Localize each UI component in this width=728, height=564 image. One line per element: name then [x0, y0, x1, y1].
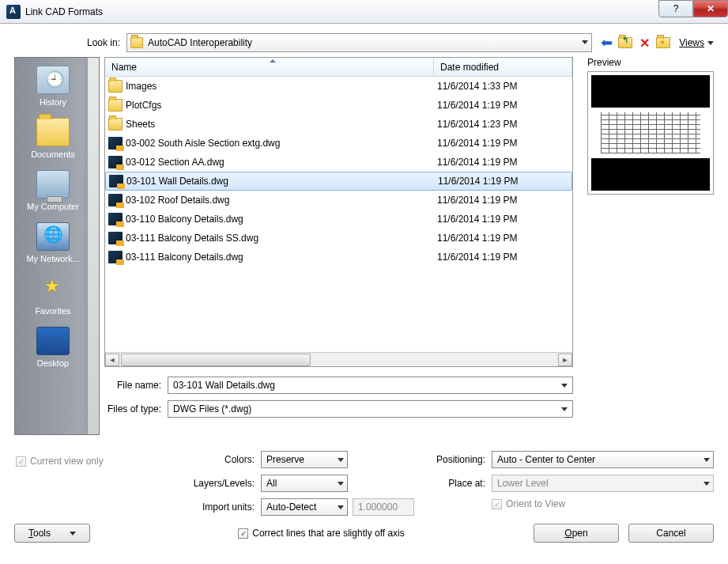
close-button[interactable]: ✕ — [693, 0, 728, 17]
file-row[interactable]: 03-111 Balcony Details SS.dwg11/6/2014 1… — [105, 229, 572, 248]
file-date: 11/6/2014 1:19 PM — [438, 176, 568, 187]
up-folder-button[interactable] — [617, 35, 633, 51]
preview-image — [591, 75, 710, 191]
folder-icon — [108, 99, 123, 112]
file-row[interactable]: 03-102 Roof Details.dwg11/6/2014 1:19 PM — [105, 191, 572, 210]
file-name: 03-002 South Aisle Section extg.dwg — [126, 138, 437, 149]
places-bar: ▲ HistoryDocumentsMy ComputerMy Network.… — [14, 57, 100, 435]
scroll-up-button[interactable]: ▲ — [89, 59, 97, 69]
open-button[interactable]: Open — [534, 524, 619, 543]
file-row[interactable]: 03-111 Balcony Details.dwg11/6/2014 1:19… — [105, 248, 572, 267]
place-fav[interactable]: Favorites — [17, 271, 89, 324]
history-icon — [36, 66, 70, 94]
filename-input[interactable]: 03-101 Wall Details.dwg — [168, 377, 573, 394]
folder-icon — [108, 80, 123, 93]
file-date: 11/6/2014 1:19 PM — [437, 138, 569, 149]
filename-label: File name: — [104, 380, 168, 391]
units-combo[interactable]: Auto-Detect — [261, 498, 348, 516]
file-row[interactable]: PlotCfgs11/6/2014 1:19 PM — [105, 96, 572, 115]
file-list: Name Date modified Images11/6/2014 1:33 … — [104, 57, 573, 367]
preview-label: Preview — [587, 57, 714, 68]
file-row[interactable]: 03-101 Wall Details.dwg11/6/2014 1:19 PM — [105, 172, 572, 191]
chevron-down-icon — [703, 482, 710, 486]
place-desktop[interactable]: Desktop — [17, 324, 89, 376]
chevron-down-icon — [338, 505, 344, 509]
layers-label: Layers/Levels: — [14, 478, 261, 489]
placeat-label: Place at: — [433, 478, 492, 489]
file-name: 03-111 Balcony Details SS.dwg — [126, 233, 437, 244]
chevron-down-icon — [70, 532, 76, 536]
chevron-down-icon — [707, 41, 714, 45]
desktop-icon — [36, 327, 70, 355]
dwg-icon — [108, 137, 123, 150]
file-name: Sheets — [126, 119, 437, 130]
place-label: Documents — [17, 150, 89, 159]
place-computer[interactable]: My Computer — [17, 167, 89, 219]
folder-icon — [130, 37, 143, 48]
dwg-icon — [108, 213, 123, 225]
new-folder-button[interactable] — [655, 35, 671, 51]
views-menu[interactable]: Views — [679, 37, 714, 48]
column-date[interactable]: Date modified — [434, 58, 572, 76]
column-name[interactable]: Name — [105, 58, 434, 76]
place-label: Favorites — [17, 306, 89, 316]
scroll-down-button[interactable]: ▼ — [89, 423, 97, 433]
delete-button[interactable]: ✕ — [636, 35, 652, 51]
file-name: 03-110 Balcony Details.dwg — [126, 214, 437, 225]
current-view-only-checkbox: ✓ Current view only — [16, 456, 104, 467]
file-date: 11/6/2014 1:19 PM — [437, 195, 569, 206]
layers-combo[interactable]: All — [261, 475, 348, 492]
place-folder[interactable]: Documents — [17, 115, 89, 167]
file-name: 03-102 Roof Details.dwg — [126, 195, 437, 206]
chevron-down-icon — [338, 482, 344, 486]
app-icon — [6, 5, 21, 19]
checkbox-icon: ✓ — [16, 456, 26, 467]
file-row[interactable]: 03-002 South Aisle Section extg.dwg11/6/… — [105, 134, 572, 153]
file-date: 11/6/2014 1:19 PM — [437, 233, 569, 244]
cancel-button[interactable]: Cancel — [628, 524, 714, 543]
file-name: PlotCfgs — [126, 100, 437, 111]
back-button[interactable]: ⬅ — [598, 35, 614, 51]
window-title: Link CAD Formats — [25, 6, 658, 17]
titlebar: Link CAD Formats ? ✕ — [0, 0, 728, 24]
place-history[interactable]: History — [17, 62, 89, 115]
scroll-right-button[interactable]: ► — [558, 354, 572, 366]
file-name: Images — [126, 81, 437, 92]
dwg-icon — [108, 251, 123, 263]
placeat-combo: Lower Level — [492, 475, 714, 492]
lookin-label: Look in: — [14, 37, 126, 48]
colors-combo[interactable]: Preserve — [261, 451, 348, 468]
file-row[interactable]: 03-110 Balcony Details.dwg11/6/2014 1:19… — [105, 210, 572, 229]
dwg-icon — [108, 232, 123, 244]
help-button[interactable]: ? — [658, 0, 693, 17]
computer-icon — [36, 170, 70, 199]
correct-lines-checkbox[interactable]: ✓ Correct lines that are slightly off ax… — [238, 528, 405, 539]
folder-icon — [36, 118, 70, 146]
sort-asc-icon — [270, 59, 276, 62]
filetype-combo[interactable]: DWG Files (*.dwg) — [168, 400, 573, 418]
place-label: History — [17, 97, 89, 107]
file-date: 11/6/2014 1:19 PM — [437, 252, 569, 263]
network-icon — [36, 222, 70, 251]
scroll-left-button[interactable]: ◄ — [105, 354, 119, 366]
chevron-down-icon — [338, 458, 344, 462]
file-row[interactable]: Images11/6/2014 1:33 PM — [105, 77, 572, 96]
scroll-thumb[interactable] — [121, 354, 311, 366]
place-label: Desktop — [17, 358, 89, 368]
units-value-field: 1.000000 — [353, 498, 414, 516]
horizontal-scrollbar[interactable]: ◄ ► — [105, 352, 572, 366]
lookin-combo[interactable]: AutoCAD Interoperability — [126, 33, 592, 52]
chevron-down-icon — [561, 384, 568, 388]
file-date: 11/6/2014 1:19 PM — [437, 214, 569, 225]
dwg-icon — [109, 175, 123, 187]
file-name: 03-101 Wall Details.dwg — [126, 176, 438, 187]
file-name: 03-111 Balcony Details.dwg — [126, 252, 437, 263]
place-network[interactable]: My Network... — [17, 219, 89, 271]
file-date: 11/6/2014 1:23 PM — [437, 119, 569, 130]
file-row[interactable]: Sheets11/6/2014 1:23 PM — [105, 115, 572, 134]
folder-icon — [108, 118, 123, 131]
positioning-combo[interactable]: Auto - Center to Center — [492, 451, 714, 468]
tools-button[interactable]: Tools — [14, 524, 90, 543]
file-row[interactable]: 03-012 Section AA.dwg11/6/2014 1:19 PM — [105, 153, 572, 172]
chevron-down-icon — [703, 458, 710, 462]
